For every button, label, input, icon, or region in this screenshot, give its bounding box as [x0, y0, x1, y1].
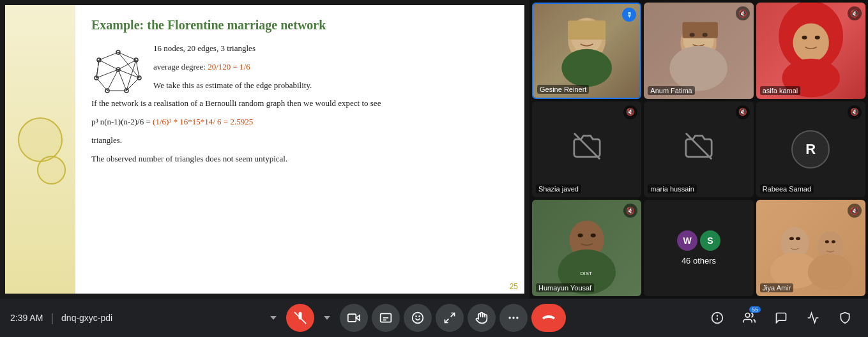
- svg-line-43: [686, 133, 712, 159]
- svg-rect-29: [568, 21, 605, 40]
- emoji-button[interactable]: [404, 304, 432, 332]
- svg-point-53: [825, 241, 828, 244]
- camera-toggle-button[interactable]: [340, 304, 368, 332]
- camera-chevron-button[interactable]: [318, 304, 336, 332]
- participant-grid: 🎙 Gesine Reinert 🔇 Anum Fatima: [529, 0, 868, 299]
- svg-point-52: [796, 237, 800, 241]
- rabeea-name: Rabeea Samad: [760, 184, 814, 193]
- rabeea-avatar: R: [791, 130, 830, 168]
- svg-line-19: [107, 70, 118, 91]
- toolbar: 2:39 AM | dnq-gxyc-pdi: [0, 299, 868, 337]
- svg-point-65: [412, 313, 423, 324]
- slide-line5-prefix: p³ n(n-1)(n-2)/6 =: [91, 117, 153, 126]
- others-avatar-w: W: [677, 230, 697, 251]
- participant-tile-rabeea[interactable]: R 🔇 Rabeea Samad: [756, 101, 865, 198]
- svg-point-40: [814, 36, 819, 40]
- svg-line-22: [96, 60, 99, 78]
- participant-tile-gesine[interactable]: 🎙 Gesine Reinert: [532, 3, 641, 99]
- participant-tile-others[interactable]: W S 46 others: [644, 200, 753, 296]
- slide-line2-prefix: average degree:: [153, 62, 208, 71]
- others-count-label: 46 others: [681, 256, 716, 266]
- svg-line-8: [118, 52, 136, 60]
- svg-line-17: [99, 60, 118, 70]
- participant-tile-shazia[interactable]: 🔇 Shazia javed: [532, 101, 641, 198]
- participant-tile-maria[interactable]: 🔇 maria hussain: [644, 101, 753, 198]
- slide-decoration: [15, 111, 66, 188]
- svg-point-56: [807, 254, 853, 290]
- slide-line6: triangles.: [91, 134, 508, 147]
- svg-point-45: [578, 234, 583, 237]
- svg-point-35: [703, 33, 708, 37]
- svg-point-36: [670, 46, 728, 91]
- participant-tile-anum[interactable]: 🔇 Anum Fatima: [644, 3, 753, 99]
- more-options-button[interactable]: [499, 304, 528, 332]
- slide-area: Example: the Florentine marriage network: [0, 0, 529, 299]
- circle-large: [18, 117, 63, 162]
- svg-point-76: [745, 313, 750, 318]
- svg-rect-33: [683, 22, 718, 38]
- svg-point-30: [561, 49, 612, 87]
- slide-line4: If the network is a realisation of a Ber…: [91, 97, 508, 110]
- svg-line-69: [445, 319, 448, 323]
- toolbar-right: 55: [704, 305, 858, 331]
- mic-toggle-button[interactable]: [286, 304, 314, 332]
- slide-title: Example: the Florentine marriage network: [91, 18, 508, 33]
- slide-line1: 16 nodes, 20 edges, 3 triangles: [91, 42, 508, 56]
- toolbar-left: 2:39 AM | dnq-gxyc-pdi: [10, 311, 125, 325]
- shazia-camera-off-icon: [573, 132, 601, 166]
- svg-point-54: [832, 241, 835, 244]
- slide-line5-formula: (1/6)³ * 16*15*14/ 6 = 2.5925: [153, 117, 253, 126]
- svg-point-51: [789, 237, 794, 241]
- gesine-name: Gesine Reinert: [537, 85, 589, 94]
- shazia-name: Shazia javed: [536, 184, 581, 193]
- safety-button[interactable]: [832, 305, 858, 331]
- people-button[interactable]: 55: [736, 305, 762, 331]
- maria-camera-off-icon: [685, 132, 713, 166]
- present-button[interactable]: [436, 304, 464, 332]
- svg-marker-57: [270, 316, 277, 320]
- svg-marker-59: [324, 316, 330, 320]
- svg-point-72: [516, 317, 518, 318]
- svg-point-34: [690, 33, 695, 37]
- end-call-button[interactable]: [531, 304, 566, 332]
- svg-point-38: [793, 23, 828, 61]
- asifa-name: asifa kamal: [760, 86, 801, 95]
- svg-point-46: [591, 234, 596, 237]
- network-graph: [91, 47, 146, 95]
- participant-tile-humayun[interactable]: DIST 🔇 Humayun Yousaf: [532, 200, 641, 296]
- slide-line7: The observed number of triangles does no…: [91, 153, 508, 166]
- slide-line2: average degree: 20/120 = 1/6: [91, 61, 508, 74]
- svg-line-68: [450, 313, 454, 317]
- slide-line2-formula: 20/120 = 1/6: [208, 62, 250, 71]
- mic-chevron-button[interactable]: [264, 304, 282, 332]
- slide-inner: Example: the Florentine marriage network: [75, 5, 524, 294]
- svg-line-15: [96, 78, 107, 91]
- slide-left-bar: [5, 5, 75, 294]
- participant-tile-asifa[interactable]: 🔇 asifa kamal: [756, 3, 865, 99]
- info-button[interactable]: [704, 305, 730, 331]
- meeting-code: dnq-gxyc-pdi: [61, 313, 112, 323]
- slide-page-number: 25: [510, 282, 518, 291]
- toolbar-divider: |: [50, 311, 54, 325]
- maria-name: maria hussain: [648, 184, 696, 193]
- raise-hand-button[interactable]: [468, 304, 496, 332]
- jiya-name: Jiya Amir: [760, 283, 794, 292]
- svg-line-20: [96, 70, 118, 78]
- slide-line3: We take this as estimate of the edge pro…: [91, 79, 508, 93]
- others-avatars: W S: [677, 230, 720, 251]
- asifa-mute-icon: 🔇: [848, 6, 862, 20]
- svg-rect-61: [347, 314, 356, 322]
- activities-button[interactable]: [800, 305, 826, 331]
- svg-point-71: [512, 317, 514, 318]
- svg-line-42: [574, 133, 599, 159]
- svg-line-9: [99, 52, 118, 60]
- participant-tile-jiya[interactable]: 🔇 Jiya Amir: [756, 200, 865, 296]
- svg-text:DIST: DIST: [581, 271, 592, 276]
- rabeea-mute-icon: 🔇: [848, 105, 862, 119]
- meeting-time: 2:39 AM: [10, 313, 43, 323]
- captions-button[interactable]: [372, 304, 400, 332]
- chat-button[interactable]: [768, 305, 794, 331]
- shazia-mute-icon: 🔇: [623, 105, 637, 119]
- toolbar-center: [125, 304, 704, 332]
- svg-line-18: [118, 70, 126, 91]
